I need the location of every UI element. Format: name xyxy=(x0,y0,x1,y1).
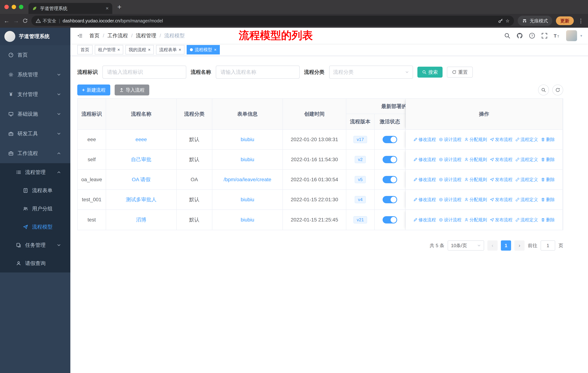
import-process-button[interactable]: 导入流程 xyxy=(115,84,149,95)
browser-update-button[interactable]: 更新 xyxy=(556,16,574,25)
active-toggle[interactable] xyxy=(383,136,397,143)
password-key-icon[interactable] xyxy=(498,18,503,23)
tag-close-icon[interactable]: × xyxy=(148,47,151,52)
action-design[interactable]: 设计流程 xyxy=(439,217,462,223)
avatar[interactable] xyxy=(566,30,577,41)
new-tab-button[interactable]: + xyxy=(117,3,121,11)
sidebar-item-user-group[interactable]: 用户分组 xyxy=(0,200,70,218)
sidebar-item-home[interactable]: 首页 xyxy=(0,45,70,65)
forward-button[interactable]: → xyxy=(13,18,19,24)
tag-我的流程[interactable]: 我的流程× xyxy=(126,45,154,54)
action-delete[interactable]: 删除 xyxy=(541,197,555,202)
process-name-input[interactable] xyxy=(216,66,300,79)
action-publish[interactable]: 发布流程 xyxy=(490,157,513,162)
prev-page-button[interactable]: ‹ xyxy=(487,240,498,251)
action-delete[interactable]: 删除 xyxy=(541,137,555,142)
process-name-link[interactable]: 测试多审批人 xyxy=(126,196,156,203)
action-assign[interactable]: 分配规则 xyxy=(464,137,487,142)
action-link[interactable]: 流程定义 xyxy=(515,157,538,162)
browser-tab[interactable]: 芋道管理系统 × xyxy=(28,3,112,14)
sidebar-item-system[interactable]: 系统管理 xyxy=(0,65,70,84)
version-badge[interactable]: v5 xyxy=(355,176,366,183)
form-info-link[interactable]: biubiu xyxy=(241,197,254,202)
process-name-link[interactable]: OA 请假 xyxy=(132,176,151,183)
tag-close-icon[interactable]: × xyxy=(179,47,181,52)
hamburger-icon[interactable] xyxy=(76,33,84,38)
breadcrumb-item[interactable]: 工作流程 xyxy=(107,32,128,39)
action-assign[interactable]: 分配规则 xyxy=(464,197,487,202)
close-window-button[interactable] xyxy=(4,5,9,9)
action-assign[interactable]: 分配规则 xyxy=(464,217,487,223)
breadcrumb-item[interactable]: 流程管理 xyxy=(136,32,156,39)
incognito-chip[interactable]: 无痕模式 xyxy=(518,16,552,26)
reset-button[interactable]: 重置 xyxy=(447,67,473,78)
minimize-window-button[interactable] xyxy=(12,5,16,9)
action-edit[interactable]: 修改流程 xyxy=(413,177,436,182)
help-icon[interactable]: ? xyxy=(529,33,535,39)
logo-area[interactable]: 芋道管理系统 xyxy=(0,28,70,45)
action-publish[interactable]: 发布流程 xyxy=(490,177,513,182)
search-icon[interactable] xyxy=(504,33,510,39)
browser-menu-icon[interactable]: ⋮ xyxy=(578,18,584,24)
action-design[interactable]: 设计流程 xyxy=(439,197,462,202)
action-link[interactable]: 流程定义 xyxy=(515,217,538,223)
sidebar-item-workflow[interactable]: 工作流程 xyxy=(0,143,70,163)
version-badge[interactable]: v2 xyxy=(355,156,366,163)
address-bar[interactable]: 不安全 | dashboard.yudao.iocoder.cn/bpm/man… xyxy=(31,16,514,26)
bookmark-star-icon[interactable]: ☆ xyxy=(506,18,510,23)
toggle-search-button[interactable] xyxy=(538,84,549,95)
zoom-window-button[interactable] xyxy=(19,5,23,9)
process-name-link[interactable]: eeee xyxy=(136,137,147,142)
action-assign[interactable]: 分配规则 xyxy=(464,157,487,162)
form-info-link[interactable]: biubiu xyxy=(241,217,254,223)
sidebar-item-task-mgmt[interactable]: 任务管理 xyxy=(0,236,70,254)
active-toggle[interactable] xyxy=(383,196,397,203)
tag-流程表单[interactable]: 流程表单× xyxy=(156,45,184,54)
form-info-link[interactable]: /bpm/oa/leave/create xyxy=(224,177,271,182)
action-publish[interactable]: 发布流程 xyxy=(490,217,513,223)
action-edit[interactable]: 修改流程 xyxy=(413,137,436,142)
process-name-link[interactable]: 滔博 xyxy=(136,216,146,223)
active-toggle[interactable] xyxy=(383,176,397,183)
action-link[interactable]: 流程定义 xyxy=(515,137,538,142)
tag-租户管理[interactable]: 租户管理× xyxy=(95,45,123,54)
form-info-link[interactable]: biubiu xyxy=(241,137,254,142)
tag-首页[interactable]: 首页 xyxy=(77,45,93,54)
active-toggle[interactable] xyxy=(383,216,397,223)
active-toggle[interactable] xyxy=(383,156,397,163)
tag-close-icon[interactable]: × xyxy=(214,47,217,52)
action-delete[interactable]: 删除 xyxy=(541,217,555,223)
sidebar-item-infrastructure[interactable]: 基础设施 xyxy=(0,104,70,124)
reload-button[interactable] xyxy=(23,18,28,23)
breadcrumb-item[interactable]: 首页 xyxy=(89,32,100,39)
sidebar-item-process-form[interactable]: 流程表单 xyxy=(0,181,70,200)
back-button[interactable]: ← xyxy=(4,18,10,24)
goto-page-input[interactable] xyxy=(541,240,555,251)
page-1-button[interactable]: 1 xyxy=(501,240,511,251)
action-link[interactable]: 流程定义 xyxy=(515,177,538,182)
font-size-icon[interactable]: TT xyxy=(554,33,560,39)
version-badge[interactable]: v17 xyxy=(353,136,367,143)
refresh-table-button[interactable] xyxy=(552,84,563,95)
fullscreen-icon[interactable] xyxy=(541,33,547,39)
action-link[interactable]: 流程定义 xyxy=(515,197,538,202)
security-chip[interactable]: 不安全 xyxy=(36,18,56,24)
action-edit[interactable]: 修改流程 xyxy=(413,217,436,223)
form-info-link[interactable]: biubiu xyxy=(241,157,254,162)
action-design[interactable]: 设计流程 xyxy=(439,157,462,162)
action-publish[interactable]: 发布流程 xyxy=(490,197,513,202)
github-icon[interactable] xyxy=(516,33,523,39)
sidebar-item-payment[interactable]: ¥支付管理 xyxy=(0,84,70,104)
version-badge[interactable]: v21 xyxy=(353,216,367,223)
sidebar-item-process-model[interactable]: 流程模型 xyxy=(0,218,70,236)
process-id-input[interactable] xyxy=(102,66,186,79)
action-publish[interactable]: 发布流程 xyxy=(490,137,513,142)
sidebar-item-process-mgmt[interactable]: 流程管理 xyxy=(0,163,70,181)
action-delete[interactable]: 删除 xyxy=(541,177,555,182)
sidebar-item-leave-query[interactable]: 请假查询 xyxy=(0,254,70,272)
action-edit[interactable]: 修改流程 xyxy=(413,197,436,202)
action-assign[interactable]: 分配规则 xyxy=(464,177,487,182)
sidebar-item-devtools[interactable]: 研发工具 xyxy=(0,124,70,143)
process-category-select[interactable]: 流程分类 xyxy=(329,66,413,79)
action-design[interactable]: 设计流程 xyxy=(439,177,462,182)
